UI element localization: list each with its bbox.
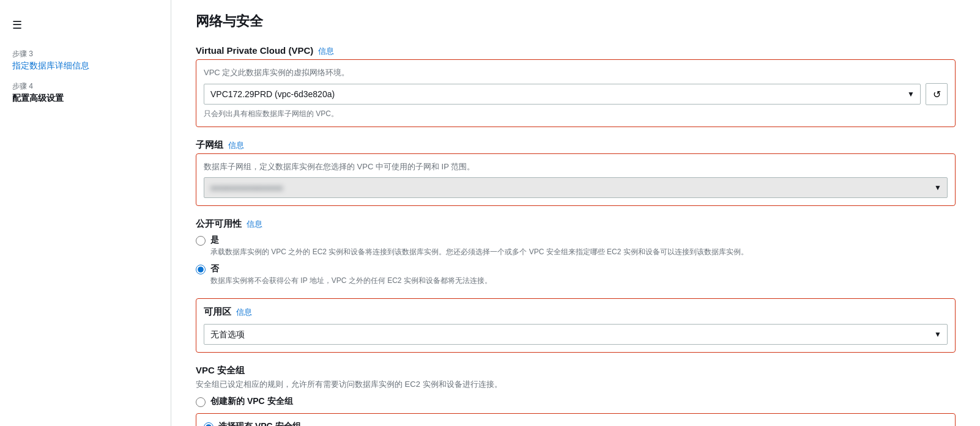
create-sg-item: 创建新的 VPC 安全组	[196, 396, 956, 407]
select-sg-radio[interactable]	[204, 422, 213, 426]
public-yes-radio[interactable]	[196, 236, 206, 246]
public-info-link[interactable]: 信息	[247, 219, 262, 229]
sidebar-item-step4: 步骤 4 配置高级设置	[0, 76, 171, 109]
public-no-item: 否 数据库实例将不会获得公有 IP 地址，VPC 之外的任何 EC2 实例和设备…	[196, 263, 956, 286]
az-select-wrapper: 无首选项 ▼	[204, 324, 948, 345]
main-content: 网络与安全 Virtual Private Cloud (VPC) 信息 VPC…	[171, 0, 980, 426]
subnet-blurred-value: ●●●●●●●●●●●●●●	[210, 183, 283, 193]
vpc-title: Virtual Private Cloud (VPC)	[196, 45, 313, 56]
public-no-content: 否 数据库实例将不会获得公有 IP 地址，VPC 之外的任何 EC2 实例和设备…	[210, 263, 492, 286]
select-sg-label: 选择现有 VPC 安全组	[218, 421, 301, 426]
vpc-select[interactable]: VPC172.29PRD (vpc-6d3e820a)	[204, 84, 921, 105]
az-title: 可用区	[204, 306, 231, 317]
create-sg-radio[interactable]	[196, 397, 206, 407]
vpc-select-wrapper: VPC172.29PRD (vpc-6d3e820a) ▼	[204, 84, 921, 105]
public-no-label: 否	[210, 263, 492, 274]
select-sg-bordered-box: 选择现有 VPC 安全组 选择 VPC 安全组 ▼ L2C-SecurityGr…	[196, 413, 956, 426]
az-select[interactable]: 无首选项	[204, 324, 948, 345]
public-section: 公开可用性 信息 是 承载数据库实例的 VPC 之外的 EC2 实例和设备将连接…	[196, 218, 956, 286]
public-title: 公开可用性	[196, 218, 242, 229]
public-no-radio[interactable]	[196, 265, 206, 274]
subnet-select-wrapper: ●●●●●●●●●●●●●● ▼	[204, 177, 948, 198]
public-no-desc: 数据库实例将不会获得公有 IP 地址，VPC 之外的任何 EC2 实例和设备都将…	[210, 276, 492, 286]
page-title: 网络与安全	[196, 12, 956, 31]
public-yes-item: 是 承载数据库实例的 VPC 之外的 EC2 实例和设备将连接到该数据库实例。您…	[196, 235, 956, 257]
step4-title: 配置高级设置	[12, 93, 158, 104]
vpc-sg-title: VPC 安全组	[196, 365, 245, 375]
subnet-section: 子网组 信息 数据库子网组，定义数据库实例在您选择的 VPC 中可使用的子网和 …	[196, 139, 956, 206]
public-yes-label: 是	[210, 235, 748, 246]
vpc-note: 只会列出具有相应数据库子网组的 VPC。	[204, 109, 948, 119]
az-bordered-box: 可用区 信息 无首选项 ▼	[196, 298, 956, 353]
menu-icon[interactable]: ☰	[0, 12, 171, 44]
step4-label: 步骤 4	[12, 81, 158, 92]
vpc-section: Virtual Private Cloud (VPC) 信息 VPC 定义此数据…	[196, 45, 956, 127]
sidebar-item-step3: 步骤 3 指定数据库详细信息	[0, 44, 171, 76]
az-section: 可用区 信息 无首选项 ▼	[196, 298, 956, 353]
vpc-bordered-box: VPC 定义此数据库实例的虚拟网络环境。 VPC172.29PRD (vpc-6…	[196, 59, 956, 127]
step3-label: 步骤 3	[12, 49, 158, 59]
vpc-sg-section: VPC 安全组 安全组已设定相应的规则，允许所有需要访问数据库实例的 EC2 实…	[196, 365, 956, 426]
vpc-info-link[interactable]: 信息	[318, 46, 334, 56]
refresh-icon: ↺	[933, 89, 941, 100]
public-radio-group: 是 承载数据库实例的 VPC 之外的 EC2 实例和设备将连接到该数据库实例。您…	[196, 235, 956, 286]
select-sg-item: 选择现有 VPC 安全组	[204, 421, 948, 426]
subnet-desc: 数据库子网组，定义数据库实例在您选择的 VPC 中可使用的子网和 IP 范围。	[204, 161, 948, 172]
public-yes-content: 是 承载数据库实例的 VPC 之外的 EC2 实例和设备将连接到该数据库实例。您…	[210, 235, 748, 257]
az-info-link[interactable]: 信息	[236, 307, 252, 317]
public-yes-desc: 承载数据库实例的 VPC 之外的 EC2 实例和设备将连接到该数据库实例。您还必…	[210, 247, 748, 257]
vpc-select-row: VPC172.29PRD (vpc-6d3e820a) ▼ ↺	[204, 83, 948, 105]
subnet-info-link[interactable]: 信息	[228, 141, 244, 150]
subnet-title: 子网组	[196, 139, 223, 150]
step3-link[interactable]: 指定数据库详细信息	[12, 61, 89, 70]
vpc-sg-desc: 安全组已设定相应的规则，允许所有需要访问数据库实例的 EC2 实例和设备进行连接…	[196, 379, 956, 390]
subnet-bordered-box: 数据库子网组，定义数据库实例在您选择的 VPC 中可使用的子网和 IP 范围。 …	[196, 153, 956, 206]
subnet-display: ●●●●●●●●●●●●●●	[204, 177, 948, 198]
vpc-desc: VPC 定义此数据库实例的虚拟网络环境。	[204, 67, 948, 78]
sidebar: ☰ 步骤 3 指定数据库详细信息 步骤 4 配置高级设置	[0, 0, 171, 426]
vpc-refresh-button[interactable]: ↺	[926, 83, 948, 105]
create-sg-label: 创建新的 VPC 安全组	[210, 396, 293, 407]
